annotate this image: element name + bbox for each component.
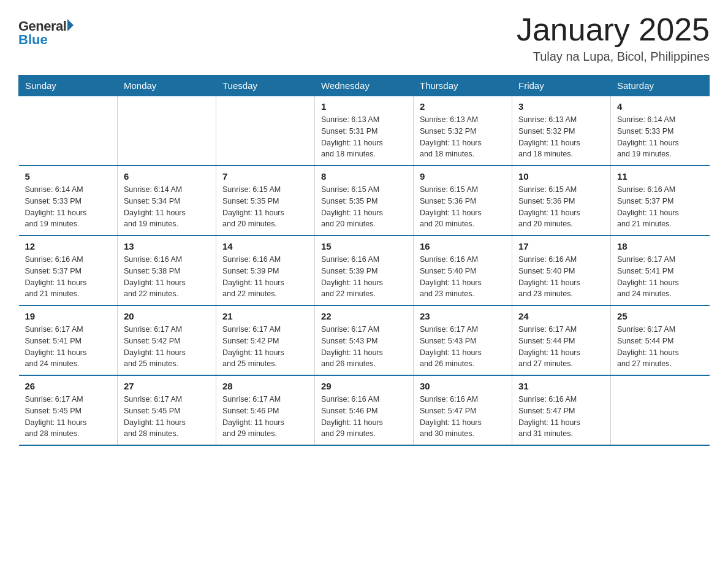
calendar-cell: 31Sunrise: 6:16 AM Sunset: 5:47 PM Dayli… [512, 375, 611, 445]
day-number: 2 [420, 101, 506, 112]
calendar-cell: 28Sunrise: 6:17 AM Sunset: 5:46 PM Dayli… [216, 375, 315, 445]
calendar-cell: 17Sunrise: 6:16 AM Sunset: 5:40 PM Dayli… [512, 236, 611, 305]
day-number: 28 [222, 381, 308, 391]
calendar-cell: 12Sunrise: 6:16 AM Sunset: 5:37 PM Dayli… [19, 236, 118, 305]
calendar-cell [611, 375, 710, 445]
location-subtitle: Tulay na Lupa, Bicol, Philippines [517, 50, 710, 64]
day-info: Sunrise: 6:17 AM Sunset: 5:45 PM Dayligh… [25, 394, 112, 440]
calendar-cell: 20Sunrise: 6:17 AM Sunset: 5:42 PM Dayli… [118, 305, 216, 375]
day-number: 27 [124, 381, 210, 391]
calendar-cell: 26Sunrise: 6:17 AM Sunset: 5:45 PM Dayli… [19, 375, 118, 445]
day-info: Sunrise: 6:13 AM Sunset: 5:32 PM Dayligh… [420, 114, 506, 160]
week-row-1: 1Sunrise: 6:13 AM Sunset: 5:31 PM Daylig… [19, 96, 710, 166]
calendar-cell: 25Sunrise: 6:17 AM Sunset: 5:44 PM Dayli… [611, 305, 710, 375]
day-info: Sunrise: 6:16 AM Sunset: 5:39 PM Dayligh… [321, 254, 407, 300]
day-info: Sunrise: 6:15 AM Sunset: 5:35 PM Dayligh… [321, 184, 407, 230]
col-header-sunday: Sunday [19, 75, 118, 96]
day-info: Sunrise: 6:17 AM Sunset: 5:43 PM Dayligh… [420, 324, 506, 370]
day-number: 1 [321, 101, 407, 112]
day-number: 21 [222, 311, 308, 321]
day-info: Sunrise: 6:15 AM Sunset: 5:36 PM Dayligh… [518, 184, 604, 230]
day-number: 31 [518, 381, 604, 391]
day-info: Sunrise: 6:14 AM Sunset: 5:33 PM Dayligh… [617, 114, 703, 160]
calendar-cell: 24Sunrise: 6:17 AM Sunset: 5:44 PM Dayli… [512, 305, 611, 375]
day-number: 22 [321, 311, 407, 321]
day-info: Sunrise: 6:13 AM Sunset: 5:31 PM Dayligh… [321, 114, 407, 160]
day-number: 6 [124, 171, 210, 182]
day-number: 30 [420, 381, 506, 391]
day-info: Sunrise: 6:15 AM Sunset: 5:35 PM Dayligh… [222, 184, 308, 230]
day-number: 16 [420, 241, 506, 251]
day-info: Sunrise: 6:17 AM Sunset: 5:41 PM Dayligh… [617, 254, 703, 300]
day-info: Sunrise: 6:17 AM Sunset: 5:42 PM Dayligh… [222, 324, 308, 370]
month-title: January 2025 [517, 12, 710, 47]
day-info: Sunrise: 6:16 AM Sunset: 5:47 PM Dayligh… [420, 394, 506, 440]
day-number: 9 [420, 171, 506, 182]
day-number: 15 [321, 241, 407, 251]
calendar-cell: 19Sunrise: 6:17 AM Sunset: 5:41 PM Dayli… [19, 305, 118, 375]
day-number: 13 [124, 241, 210, 251]
day-number: 10 [518, 171, 604, 182]
day-number: 3 [518, 101, 604, 112]
calendar-cell: 10Sunrise: 6:15 AM Sunset: 5:36 PM Dayli… [512, 166, 611, 236]
calendar-cell: 16Sunrise: 6:16 AM Sunset: 5:40 PM Dayli… [414, 236, 512, 305]
calendar-cell [19, 96, 118, 166]
day-info: Sunrise: 6:16 AM Sunset: 5:47 PM Dayligh… [518, 394, 604, 440]
col-header-tuesday: Tuesday [216, 75, 315, 96]
col-header-saturday: Saturday [611, 75, 710, 96]
day-info: Sunrise: 6:17 AM Sunset: 5:43 PM Dayligh… [321, 324, 407, 370]
calendar-cell: 6Sunrise: 6:14 AM Sunset: 5:34 PM Daylig… [118, 166, 216, 236]
day-number: 11 [617, 171, 703, 182]
day-info: Sunrise: 6:17 AM Sunset: 5:44 PM Dayligh… [617, 324, 703, 370]
col-header-monday: Monday [118, 75, 216, 96]
logo-arrow-icon [67, 19, 74, 31]
day-info: Sunrise: 6:16 AM Sunset: 5:37 PM Dayligh… [617, 184, 703, 230]
calendar-table: SundayMondayTuesdayWednesdayThursdayFrid… [18, 75, 710, 446]
col-header-friday: Friday [512, 75, 611, 96]
day-info: Sunrise: 6:17 AM Sunset: 5:42 PM Dayligh… [124, 324, 210, 370]
calendar-cell: 30Sunrise: 6:16 AM Sunset: 5:47 PM Dayli… [414, 375, 512, 445]
day-number: 25 [617, 311, 703, 321]
day-info: Sunrise: 6:16 AM Sunset: 5:40 PM Dayligh… [420, 254, 506, 300]
day-number: 8 [321, 171, 407, 182]
logo: General Blue [18, 18, 74, 48]
title-section: January 2025 Tulay na Lupa, Bicol, Phili… [517, 12, 710, 64]
day-info: Sunrise: 6:14 AM Sunset: 5:33 PM Dayligh… [25, 184, 112, 230]
day-info: Sunrise: 6:17 AM Sunset: 5:44 PM Dayligh… [518, 324, 604, 370]
calendar-cell: 21Sunrise: 6:17 AM Sunset: 5:42 PM Dayli… [216, 305, 315, 375]
day-info: Sunrise: 6:17 AM Sunset: 5:45 PM Dayligh… [124, 394, 210, 440]
day-info: Sunrise: 6:16 AM Sunset: 5:38 PM Dayligh… [124, 254, 210, 300]
calendar-cell: 3Sunrise: 6:13 AM Sunset: 5:32 PM Daylig… [512, 96, 611, 166]
calendar-cell: 1Sunrise: 6:13 AM Sunset: 5:31 PM Daylig… [315, 96, 414, 166]
calendar-cell: 22Sunrise: 6:17 AM Sunset: 5:43 PM Dayli… [315, 305, 414, 375]
day-info: Sunrise: 6:15 AM Sunset: 5:36 PM Dayligh… [420, 184, 506, 230]
logo-blue-text: Blue [18, 32, 74, 48]
day-info: Sunrise: 6:17 AM Sunset: 5:41 PM Dayligh… [25, 324, 112, 370]
day-info: Sunrise: 6:13 AM Sunset: 5:32 PM Dayligh… [518, 114, 604, 160]
day-number: 19 [25, 311, 112, 321]
week-row-2: 5Sunrise: 6:14 AM Sunset: 5:33 PM Daylig… [19, 166, 710, 236]
day-number: 26 [25, 381, 112, 391]
calendar-cell: 11Sunrise: 6:16 AM Sunset: 5:37 PM Dayli… [611, 166, 710, 236]
week-row-4: 19Sunrise: 6:17 AM Sunset: 5:41 PM Dayli… [19, 305, 710, 375]
day-number: 18 [617, 241, 703, 251]
day-number: 24 [518, 311, 604, 321]
calendar-cell: 27Sunrise: 6:17 AM Sunset: 5:45 PM Dayli… [118, 375, 216, 445]
calendar-cell: 9Sunrise: 6:15 AM Sunset: 5:36 PM Daylig… [414, 166, 512, 236]
header: General Blue January 2025 Tulay na Lupa,… [18, 12, 710, 64]
calendar-cell: 18Sunrise: 6:17 AM Sunset: 5:41 PM Dayli… [611, 236, 710, 305]
day-info: Sunrise: 6:16 AM Sunset: 5:37 PM Dayligh… [25, 254, 112, 300]
calendar-cell [216, 96, 315, 166]
day-number: 29 [321, 381, 407, 391]
calendar-cell: 14Sunrise: 6:16 AM Sunset: 5:39 PM Dayli… [216, 236, 315, 305]
week-row-3: 12Sunrise: 6:16 AM Sunset: 5:37 PM Dayli… [19, 236, 710, 305]
calendar-cell: 4Sunrise: 6:14 AM Sunset: 5:33 PM Daylig… [611, 96, 710, 166]
day-number: 23 [420, 311, 506, 321]
calendar-cell: 13Sunrise: 6:16 AM Sunset: 5:38 PM Dayli… [118, 236, 216, 305]
col-header-thursday: Thursday [414, 75, 512, 96]
day-number: 5 [25, 171, 112, 182]
day-number: 4 [617, 101, 703, 112]
day-info: Sunrise: 6:16 AM Sunset: 5:39 PM Dayligh… [222, 254, 308, 300]
calendar-cell: 29Sunrise: 6:16 AM Sunset: 5:46 PM Dayli… [315, 375, 414, 445]
calendar-cell: 5Sunrise: 6:14 AM Sunset: 5:33 PM Daylig… [19, 166, 118, 236]
